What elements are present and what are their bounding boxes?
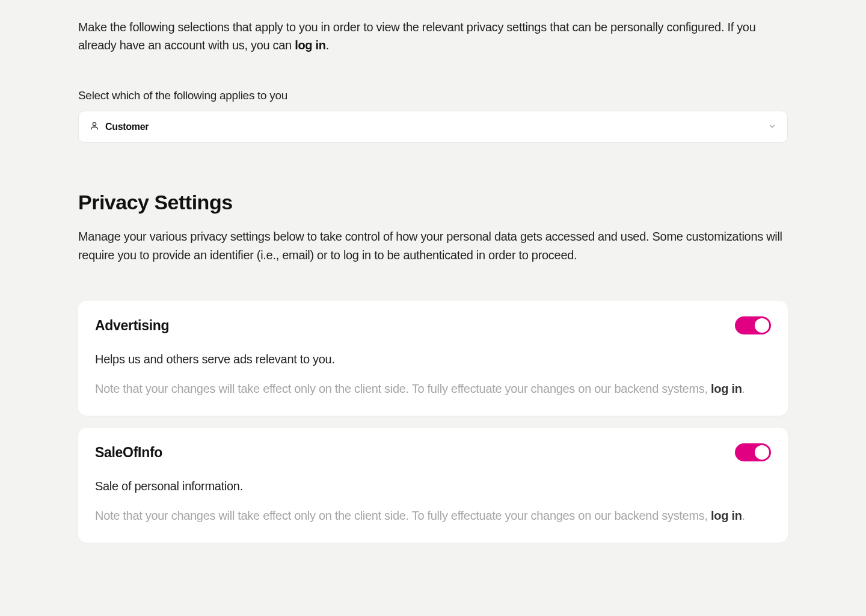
card-advertising: Advertising Helps us and others serve ad… xyxy=(78,301,788,416)
card-advertising-title: Advertising xyxy=(95,318,169,334)
card-saleofinfo-title: SaleOfInfo xyxy=(95,445,162,461)
card-advertising-login-link[interactable]: log in xyxy=(711,382,742,395)
card-saleofinfo: SaleOfInfo Sale of personal information.… xyxy=(78,428,788,543)
card-advertising-subtitle: Helps us and others serve ads relevant t… xyxy=(95,353,771,366)
intro-text: Make the following selections that apply… xyxy=(78,18,788,54)
user-type-select[interactable]: Customer xyxy=(78,111,788,143)
privacy-settings-title: Privacy Settings xyxy=(78,191,788,214)
card-saleofinfo-subtitle: Sale of personal information. xyxy=(95,479,771,493)
intro-login-link[interactable]: log in xyxy=(295,38,326,52)
user-type-label: Select which of the following applies to… xyxy=(78,89,788,102)
user-type-value: Customer xyxy=(105,122,149,132)
intro-text-before: Make the following selections that apply… xyxy=(78,20,756,52)
card-saleofinfo-login-link[interactable]: log in xyxy=(711,509,742,522)
chevron-down-icon xyxy=(768,120,776,134)
intro-text-after: . xyxy=(326,38,329,52)
card-saleofinfo-note: Note that your changes will take effect … xyxy=(95,507,771,525)
person-icon xyxy=(90,120,99,134)
toggle-advertising[interactable] xyxy=(735,316,771,334)
privacy-settings-description: Manage your various privacy settings bel… xyxy=(78,227,788,265)
svg-point-0 xyxy=(93,123,96,126)
toggle-saleofinfo[interactable] xyxy=(735,443,771,461)
card-advertising-note: Note that your changes will take effect … xyxy=(95,380,771,398)
